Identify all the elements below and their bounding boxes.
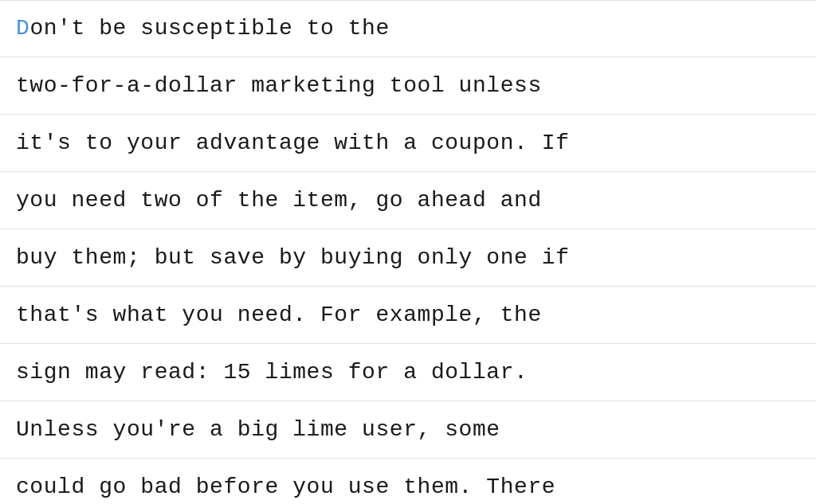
line-9-text: could go bad before you use them. There: [16, 471, 555, 502]
text-line-9: could go bad before you use them. There: [0, 459, 816, 504]
line-4-text: you need two of the item, go ahead and: [16, 185, 542, 216]
text-line-7: sign may read: 15 limes for a dollar.: [0, 344, 816, 401]
line-1-text: on't be susceptible to the: [29, 13, 389, 44]
line-2-text: two-for-a-dollar marketing tool unless: [16, 70, 542, 101]
line-7-text: sign may read: 15 limes for a dollar.: [16, 357, 528, 388]
first-letter-D: D: [16, 13, 29, 44]
line-8-text: Unless you're a big lime user, some: [16, 414, 500, 445]
line-3-text: it's to your advantage with a coupon. If: [16, 127, 570, 158]
line-5-text: buy them; but save by buying only one if: [16, 242, 570, 273]
text-line-8: Unless you're a big lime user, some: [0, 401, 816, 459]
line-6-text: that's what you need. For example, the: [16, 299, 542, 330]
text-line-1: Don't be susceptible to the: [0, 0, 816, 57]
text-line-3: it's to your advantage with a coupon. If: [0, 115, 816, 172]
text-content-area: Don't be susceptible to the two-for-a-do…: [0, 0, 816, 504]
text-line-4: you need two of the item, go ahead and: [0, 172, 816, 229]
text-line-2: two-for-a-dollar marketing tool unless: [0, 57, 816, 115]
text-line-5: buy them; but save by buying only one if: [0, 229, 816, 287]
text-line-6: that's what you need. For example, the: [0, 287, 816, 344]
